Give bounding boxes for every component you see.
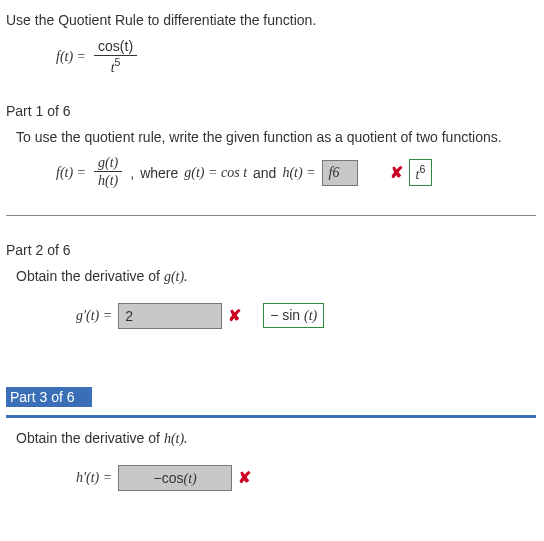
part2-correct-func: sin <box>282 307 300 323</box>
part3-header-line <box>6 415 536 418</box>
part3-wrong-arg: (t) <box>184 471 197 486</box>
part1-correct-exp: 6 <box>419 163 425 175</box>
part2-lhs: g'(t) = <box>76 308 112 324</box>
part1-fraction: g(t) h(t) <box>94 155 122 191</box>
part1-answer-input[interactable]: f6 <box>322 160 358 186</box>
part2-header: Part 2 of 6 <box>6 242 538 258</box>
part2-correct-arg: (t) <box>304 308 317 323</box>
part2-correct-prefix: − <box>270 307 278 323</box>
part1-h-eq: h(t) = <box>282 165 315 181</box>
part1-wrong-icon: ✘ <box>390 163 403 182</box>
part1-lhs: f(t) = <box>56 165 86 181</box>
main-equation: f(t) = cos(t) t5 <box>56 38 538 77</box>
part1-frac-den: h(t) <box>94 172 122 190</box>
part3-lhs: h'(t) = <box>76 470 112 486</box>
part3-text-row: Obtain the derivative of h(t). <box>16 430 538 447</box>
page-instruction: Use the Quotient Rule to differentiate t… <box>6 12 538 28</box>
part2-equation-row: g'(t) = 2 ✘ − sin (t) <box>76 303 538 329</box>
part1-frac-num: g(t) <box>94 155 122 173</box>
part1-header: Part 1 of 6 <box>6 103 538 119</box>
part3-equation-row: h'(t) = −cos(t) ✘ <box>76 465 538 491</box>
part3-wrong-prefix: − <box>154 470 162 486</box>
main-eq-num: cos(t) <box>94 38 137 56</box>
part2-text-ital: g(t). <box>164 269 188 284</box>
part1-where: where <box>140 165 178 181</box>
part2-wrong-icon: ✘ <box>228 306 241 325</box>
part1-correct-answer: t6 <box>409 159 433 187</box>
part3-text-ital: h(t). <box>164 431 188 446</box>
main-eq-den-exp: 5 <box>115 56 121 68</box>
part3-text: Obtain the derivative of <box>16 430 160 446</box>
part2-text: Obtain the derivative of <box>16 268 160 284</box>
part3-header-wrap: Part 3 of 6 <box>6 361 538 418</box>
main-eq-den: t5 <box>94 56 137 77</box>
part1-and: and <box>253 165 276 181</box>
main-eq-fraction: cos(t) t5 <box>94 38 137 77</box>
part3-answer-input[interactable]: −cos(t) <box>118 465 232 491</box>
part2-answer-input[interactable]: 2 <box>118 303 222 329</box>
part1-comma: , <box>130 165 134 181</box>
part1-equation-row: f(t) = g(t) h(t) , where g(t) = cos t an… <box>56 155 538 191</box>
part3-wrong-icon: ✘ <box>238 468 251 487</box>
part2-correct-answer: − sin (t) <box>263 303 324 328</box>
part2-text-row: Obtain the derivative of g(t). <box>16 268 538 285</box>
main-eq-lhs: f(t) = <box>56 49 86 65</box>
part1-text: To use the quotient rule, write the give… <box>16 129 538 145</box>
part3-header: Part 3 of 6 <box>6 387 92 407</box>
part3-wrong-func: cos <box>162 470 184 486</box>
part1-g-eq: g(t) = cos t <box>184 165 247 181</box>
divider-1 <box>6 215 536 216</box>
